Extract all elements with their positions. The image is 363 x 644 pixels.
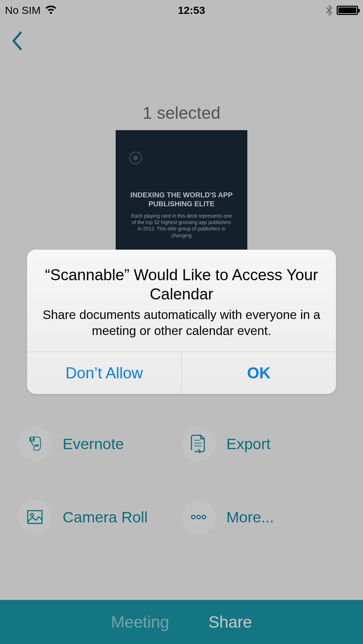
ok-button[interactable]: OK: [182, 352, 336, 394]
dont-allow-button[interactable]: Don’t Allow: [27, 352, 182, 394]
alert-button-row: Don’t Allow OK: [27, 352, 336, 394]
app-screen: No SIM 12:53 1 selected INDEXING THE WOR…: [0, 0, 363, 644]
alert-body: “Scannable” Would Like to Access Your Ca…: [27, 250, 336, 352]
alert-message: Share documents automatically with every…: [41, 307, 322, 339]
alert-title: “Scannable” Would Like to Access Your Ca…: [41, 265, 322, 303]
permission-alert: “Scannable” Would Like to Access Your Ca…: [27, 250, 336, 394]
